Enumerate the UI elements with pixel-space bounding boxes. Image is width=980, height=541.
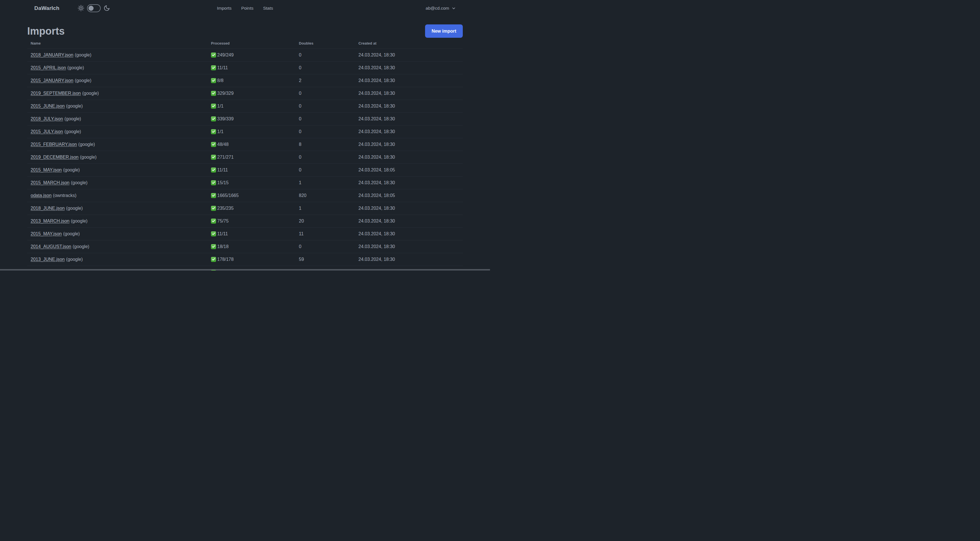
nav-item-imports[interactable]: Imports [217, 6, 232, 11]
import-name-cell: 2019_SEPTEMBER.json(google) [27, 91, 208, 96]
import-file-link[interactable]: 2019_SEPTEMBER.json [30, 91, 81, 96]
processed-cell: 8/8 [208, 78, 296, 83]
processed-count: 11/11 [217, 65, 228, 70]
import-name-cell: 2018_JANUARY.json(google) [27, 53, 208, 57]
imports-table: Name Processed Doubles Created at 2018_J… [27, 38, 463, 270]
doubles-cell: 20 [296, 219, 355, 223]
column-header-created-at: Created at [355, 41, 463, 45]
processed-cell: 178/178 [208, 257, 296, 262]
processed-count: 178/178 [217, 257, 234, 262]
processed-count: 11/11 [217, 168, 228, 172]
main-nav: Imports Points Stats [217, 0, 273, 16]
success-check-icon [211, 180, 216, 185]
import-file-link[interactable]: 2018_JUNE.json [30, 206, 65, 211]
import-name-cell: 2015_MARCH.json(google) [27, 180, 208, 185]
doubles-cell: 0 [296, 129, 355, 134]
moon-icon [103, 5, 110, 11]
created-at-cell: 24.03.2024, 18:30 [355, 244, 463, 249]
import-source-label: (google) [73, 244, 89, 249]
import-file-link[interactable]: 2014_AUGUST.json [30, 244, 71, 249]
success-check-icon [211, 78, 216, 83]
account-menu[interactable]: ab@cd.com [426, 6, 456, 11]
navbar: DaWarIch Imports Points Stats ab@cd.com [0, 0, 490, 16]
import-file-link[interactable]: 2018_JULY.json [30, 116, 63, 121]
theme-toggle[interactable] [87, 4, 101, 12]
processed-count: 11/11 [217, 231, 228, 236]
import-file-link[interactable]: 2019_DECEMBER.json [30, 155, 78, 160]
table-row: odata.json(owntracks)1665/166582024.03.2… [27, 189, 463, 202]
processed-cell: 339/339 [208, 116, 296, 121]
import-file-link[interactable]: odata.json [30, 193, 52, 198]
doubles-cell: 8 [296, 142, 355, 147]
import-source-label: (google) [78, 142, 95, 147]
success-check-icon [211, 219, 216, 223]
processed-cell: 1665/1665 [208, 193, 296, 198]
table-row: 2015_JANUARY.json(google)8/8224.03.2024,… [27, 74, 463, 87]
success-check-icon [211, 270, 216, 271]
import-file-link[interactable]: 2015_MAY.json [30, 231, 62, 236]
processed-cell: 48/48 [208, 142, 296, 147]
processed-cell: 11/11 [208, 231, 296, 236]
import-file-link[interactable]: 2015_JUNE.json [30, 104, 65, 109]
processed-cell: 235/235 [208, 206, 296, 211]
import-file-link[interactable]: 2015_MARCH.json [30, 180, 70, 185]
import-source-label: (owntracks) [53, 193, 76, 198]
nav-item-points[interactable]: Points [241, 6, 253, 11]
import-name-cell: 2013_JUNE.json(google) [27, 257, 208, 262]
processed-count: 75/75 [217, 219, 229, 223]
success-check-icon [211, 168, 216, 172]
import-name-cell: 2013_MARCH.json(google) [27, 219, 208, 223]
imports-page: Imports New import Name Processed Double… [27, 24, 463, 270]
processed-cell: 18/18 [208, 244, 296, 249]
processed-count: 1/1 [217, 104, 223, 109]
import-source-label: (google) [75, 53, 92, 57]
created-at-cell: 24.03.2024, 18:05 [355, 193, 463, 198]
import-file-link[interactable]: 2013_MARCH.json [30, 219, 70, 223]
success-check-icon [211, 155, 216, 160]
table-row: 2019_SEPTEMBER.json(google)329/329024.03… [27, 87, 463, 100]
created-at-cell: 24.03.2024, 18:30 [355, 78, 463, 83]
table-body: 2018_JANUARY.json(google)249/249024.03.2… [27, 49, 463, 270]
processed-count: 249/249 [217, 53, 234, 57]
new-import-button[interactable]: New import [425, 24, 463, 38]
import-name-cell: 2015_JUNE.json(google) [27, 104, 208, 109]
doubles-cell: 0 [296, 104, 355, 109]
doubles-cell: 0 [296, 244, 355, 249]
import-file-link[interactable]: 2015_JULY.json [30, 129, 63, 134]
doubles-cell: 820 [296, 193, 355, 198]
doubles-cell: 0 [296, 53, 355, 57]
column-header-name: Name [27, 41, 208, 45]
import-name-cell: 2015_JULY.json(google) [27, 129, 208, 134]
table-row: 2015_FEBRUARY.json(google)48/48824.03.20… [27, 138, 463, 151]
processed-count: 18/18 [217, 244, 229, 249]
success-check-icon [211, 193, 216, 198]
table-row: 2018_JULY.json(google)339/339024.03.2024… [27, 113, 463, 126]
table-row: 2015_APRIL.json(google)11/11024.03.2024,… [27, 62, 463, 74]
created-at-cell: 24.03.2024, 18:30 [355, 116, 463, 121]
success-check-icon [211, 104, 216, 109]
created-at-cell: 24.03.2024, 18:30 [355, 180, 463, 185]
import-name-cell: 2015_MAY.json(google) [27, 231, 208, 236]
import-file-link[interactable]: 2013_JUNE.json [30, 257, 65, 262]
import-name-cell: 2015_FEBRUARY.json(google) [27, 142, 208, 147]
table-header-row: Name Processed Doubles Created at [27, 38, 463, 49]
import-file-link[interactable]: 2015_MAY.json [30, 168, 62, 172]
processed-count: 271/271 [217, 155, 234, 160]
table-row-partial [27, 266, 463, 270]
import-file-link[interactable]: 2018_JANUARY.json [30, 53, 73, 57]
import-file-link[interactable]: 2015_FEBRUARY.json [30, 142, 77, 147]
import-file-link[interactable]: 2015_APRIL.json [30, 65, 66, 70]
table-row: 2015_MAY.json(google)11/111124.03.2024, … [27, 228, 463, 240]
sun-icon [78, 5, 84, 11]
import-source-label: (google) [63, 168, 80, 172]
processed-cell: 75/75 [208, 219, 296, 223]
nav-item-stats[interactable]: Stats [263, 6, 273, 11]
success-check-icon [211, 206, 216, 211]
doubles-cell: 0 [296, 91, 355, 96]
table-row: 2015_JULY.json(google)1/1024.03.2024, 18… [27, 126, 463, 138]
created-at-cell: 24.03.2024, 18:30 [355, 65, 463, 70]
created-at-cell: 24.03.2024, 18:05 [355, 168, 463, 172]
table-row: 2015_MAY.json(google)11/11024.03.2024, 1… [27, 164, 463, 177]
app-logo[interactable]: DaWarIch [34, 5, 60, 11]
import-file-link[interactable]: 2015_JANUARY.json [30, 78, 73, 83]
